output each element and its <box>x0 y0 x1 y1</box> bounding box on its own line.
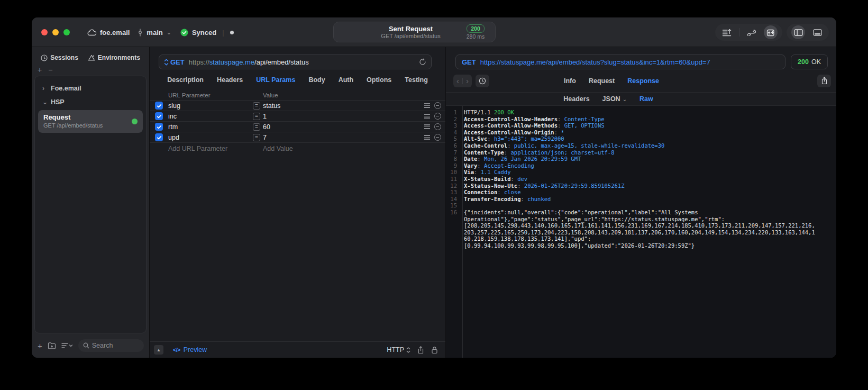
reload-icon[interactable] <box>419 58 426 66</box>
line-number: 14 <box>446 196 460 203</box>
add-param-name-placeholder[interactable]: Add URL Parameter <box>168 145 253 152</box>
row-options-icon[interactable] <box>424 123 430 130</box>
project-name[interactable]: foe.email <box>100 29 130 37</box>
send-queue-icon[interactable] <box>720 25 734 39</box>
request-tab[interactable]: Sent Request GET /api/embed/status 200 2… <box>333 22 496 42</box>
param-name-field[interactable]: inc <box>168 113 253 120</box>
response-line: 2Access-Control-Allow-Headers: Content-T… <box>446 116 836 123</box>
toggle-left-panel-icon[interactable] <box>791 25 805 39</box>
synced-check-icon <box>180 29 188 37</box>
param-checkbox[interactable] <box>155 123 163 131</box>
preview-button[interactable]: </> Preview <box>173 346 207 353</box>
param-checkbox[interactable] <box>155 112 163 120</box>
response-subtab-headers[interactable]: Headers <box>563 95 589 103</box>
editor-tab-url-params[interactable]: URL Params <box>256 76 295 84</box>
response-line: 1HTTP/1.1 200 OK <box>446 109 836 116</box>
minimize-window-button[interactable] <box>52 29 59 35</box>
line-number: 8 <box>446 156 460 162</box>
line-number <box>446 216 460 223</box>
url-scheme: https:// <box>189 58 209 66</box>
method-stepper-icon[interactable] <box>164 59 169 66</box>
url-input[interactable]: GET https://statuspage.me/api/embed/stat… <box>159 55 432 69</box>
param-checkbox[interactable] <box>155 102 163 110</box>
editor-tab-headers[interactable]: Headers <box>217 76 243 84</box>
add-request-button[interactable]: + <box>38 341 42 350</box>
response-subtab-raw[interactable]: Raw <box>639 95 653 103</box>
new-folder-button[interactable] <box>48 342 56 349</box>
search-input[interactable]: Search <box>78 339 144 352</box>
param-name-field[interactable]: upd <box>168 134 253 141</box>
param-value-field[interactable]: 7 <box>263 134 424 141</box>
editor-tab-options[interactable]: Options <box>367 76 391 84</box>
param-name-field[interactable]: rtm <box>168 123 253 131</box>
response-tab-request[interactable]: Request <box>589 77 615 85</box>
param-value-field[interactable]: status <box>263 102 424 110</box>
request-editor: GET https://statuspage.me/api/embed/stat… <box>150 47 445 358</box>
row-options-icon[interactable] <box>424 102 430 109</box>
remove-session-button[interactable]: − <box>48 66 52 75</box>
param-checkbox[interactable] <box>155 133 163 141</box>
param-value-field[interactable]: 1 <box>263 113 424 120</box>
column-url-parameter: URL Parameter <box>168 92 263 98</box>
remove-row-icon[interactable] <box>434 123 441 130</box>
code-icon: </> <box>173 347 180 353</box>
remove-row-icon[interactable] <box>434 102 441 109</box>
toggle-bottom-panel-icon[interactable] <box>810 25 824 39</box>
sort-list-button[interactable] <box>61 342 73 349</box>
remove-row-icon[interactable] <box>434 134 441 141</box>
history-back-button[interactable]: ‹ <box>453 75 462 87</box>
editor-tab-auth[interactable]: Auth <box>339 76 353 84</box>
editor-tab-description[interactable]: Description <box>167 76 204 84</box>
add-param-row[interactable]: Add URL Parameter Add Value <box>150 143 445 154</box>
branch-icon <box>138 29 143 37</box>
response-time: 280 ms <box>467 33 485 40</box>
import-response-icon[interactable] <box>764 25 778 39</box>
editor-tab-body[interactable]: Body <box>308 76 325 84</box>
flow-sync-icon[interactable] <box>745 25 759 39</box>
method-label: GET <box>170 58 185 66</box>
collapse-panel-button[interactable]: ▲ <box>154 345 163 355</box>
remove-row-icon[interactable] <box>434 113 441 120</box>
lock-icon[interactable] <box>431 346 438 354</box>
add-session-button[interactable]: + <box>38 66 42 75</box>
share-request-icon[interactable] <box>417 346 424 354</box>
history-clock-button[interactable] <box>476 75 489 87</box>
response-line: 9Vary: Accept-Encoding <box>446 162 836 169</box>
editor-tab-testing[interactable]: Testing <box>405 76 428 84</box>
add-param-value-placeholder[interactable]: Add Value <box>263 145 441 152</box>
line-number: 13 <box>446 189 460 196</box>
protocol-selector[interactable]: HTTP <box>387 346 410 353</box>
line-number <box>446 242 460 249</box>
chevron-down-icon: ⌄ <box>42 98 47 106</box>
chevron-down-icon[interactable]: ⌄ <box>167 29 171 36</box>
param-name-field[interactable]: slug <box>168 102 253 110</box>
response-tab-response[interactable]: Response <box>627 77 659 85</box>
response-line: [0,99.94,100,99.93,99.98,99.95,100],"upd… <box>446 242 836 249</box>
sent-request-url[interactable]: GET https://statuspage.me/api/embed/stat… <box>455 55 785 69</box>
response-line: 7Content-Type: application/json; charset… <box>446 149 836 156</box>
response-raw-view[interactable]: 1HTTP/1.1 200 OK2Access-Control-Allow-He… <box>446 106 836 358</box>
param-value-field[interactable]: 60 <box>263 123 424 131</box>
response-status-code: 200 <box>798 58 809 66</box>
param-table-header: URL Parameter Value <box>150 90 445 101</box>
sessions-panel: › Foe.email ⌄ HSP Request GET /api/embed… <box>34 76 147 333</box>
export-response-button[interactable] <box>817 75 831 87</box>
line-number <box>446 222 460 229</box>
sidebar-group-hsp[interactable]: ⌄ HSP <box>35 95 146 109</box>
close-window-button[interactable] <box>41 29 48 35</box>
response-subtab-json[interactable]: JSON⌄ <box>602 95 627 103</box>
tab-environments[interactable]: Environments <box>88 54 140 61</box>
row-options-icon[interactable] <box>424 134 430 141</box>
sidebar-group-foe-email[interactable]: › Foe.email <box>35 81 146 95</box>
tab-sessions[interactable]: Sessions <box>41 54 78 61</box>
response-tab-info[interactable]: Info <box>564 77 576 85</box>
branch-name[interactable]: main <box>147 29 162 37</box>
history-forward-button[interactable]: › <box>463 75 472 87</box>
response-line: 3Access-Control-Allow-Methods: GET, OPTI… <box>446 122 836 129</box>
row-options-icon[interactable] <box>424 113 430 120</box>
zoom-window-button[interactable] <box>63 29 70 35</box>
line-number: 7 <box>446 149 460 156</box>
line-number: 3 <box>446 122 460 129</box>
response-status-text: OK <box>811 58 821 66</box>
sidebar-item-request[interactable]: Request GET /api/embed/status <box>38 110 143 133</box>
